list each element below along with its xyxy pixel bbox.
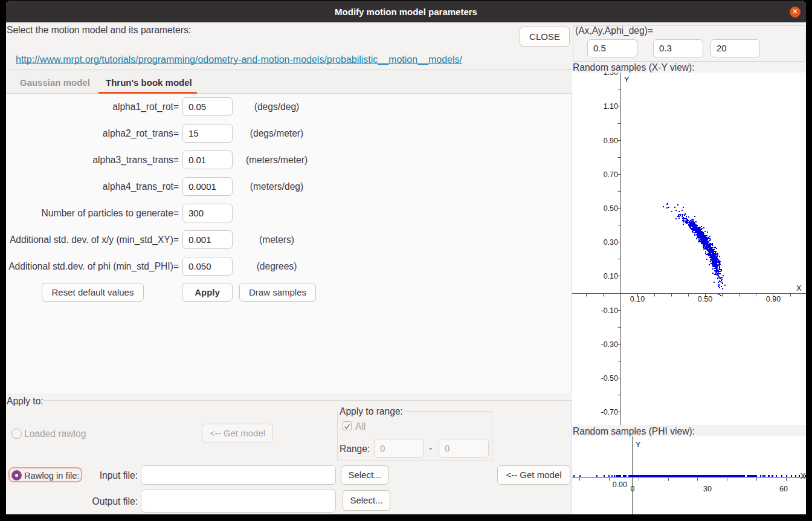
svg-text:0.90: 0.90 — [766, 295, 781, 303]
svg-text:30: 30 — [703, 485, 712, 493]
svg-text:0.90: 0.90 — [604, 137, 618, 145]
svg-text:60: 60 — [779, 485, 788, 493]
svg-text:0.50: 0.50 — [604, 204, 618, 213]
svg-text:-0.70: -0.70 — [601, 408, 619, 416]
svg-text:-0.30: -0.30 — [601, 340, 619, 349]
svg-text:1.10: 1.10 — [604, 102, 618, 111]
svg-text:0.10: 0.10 — [630, 295, 645, 303]
svg-text:Y: Y — [624, 76, 630, 84]
svg-text:X: X — [796, 284, 802, 293]
svg-text:0.70: 0.70 — [604, 170, 618, 179]
svg-text:-0.10: -0.10 — [601, 306, 619, 315]
svg-text:0.10: 0.10 — [604, 272, 618, 280]
svg-text:1.30: 1.30 — [604, 73, 618, 77]
svg-text:0: 0 — [631, 485, 635, 493]
svg-text:0.50: 0.50 — [698, 295, 712, 303]
svg-text:Y: Y — [636, 441, 641, 449]
svg-text:-0.50: -0.50 — [601, 374, 619, 383]
svg-text:0.30: 0.30 — [604, 238, 618, 247]
svg-text:0.00: 0.00 — [613, 481, 627, 489]
